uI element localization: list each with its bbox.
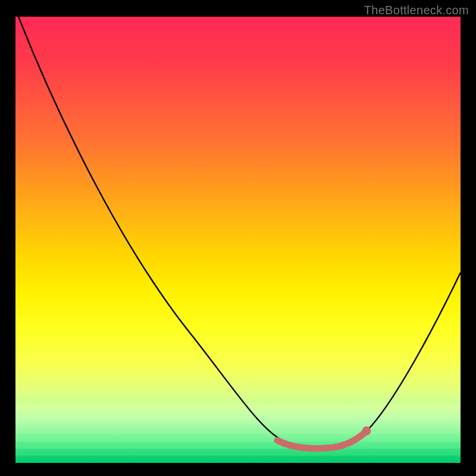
watermark-text: TheBottleneck.com: [364, 4, 469, 17]
chart-container: TheBottleneck.com: [0, 0, 476, 476]
plot-area: [15, 17, 461, 463]
gradient-bottom-bands: [15, 403, 461, 463]
